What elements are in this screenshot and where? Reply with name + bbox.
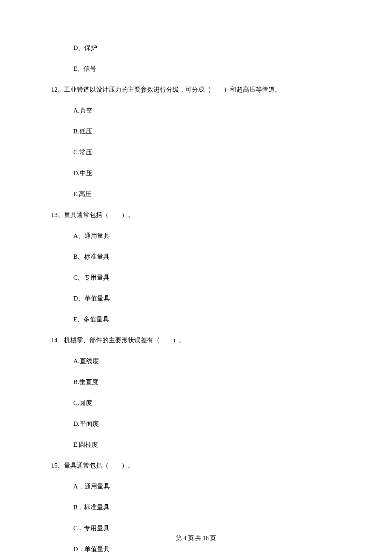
q15-opt-a: A．通用量具 — [73, 481, 341, 491]
option-d-pre: D、保护 — [73, 43, 341, 53]
q12-opt-b: B.低压 — [73, 126, 341, 136]
question-12: 12、工业管道以设计压力的主要参数进行分级，可分成（ ）和超高压等管道。 — [51, 84, 341, 95]
q14-opt-b: B.垂直度 — [73, 377, 341, 387]
q14-opt-e: E.圆柱度 — [73, 439, 341, 450]
q12-opt-e: E.高压 — [73, 189, 341, 199]
q15-opt-d: D．单值量具 — [73, 544, 341, 554]
question-14: 14、机械零、部件的主要形状误差有（ ）。 — [51, 335, 341, 345]
q12-opt-c: C.常压 — [73, 147, 341, 157]
q12-opt-a: A.真空 — [73, 105, 341, 116]
q14-opt-a: A.直线度 — [73, 356, 341, 366]
q15-opt-b: B．标准量具 — [73, 502, 341, 512]
q13-opt-b: B、标准量具 — [73, 251, 341, 262]
q12-opt-d: D.中压 — [73, 168, 341, 178]
q14-opt-c: C.圆度 — [73, 398, 341, 408]
page-content: D、保护 E、信号 12、工业管道以设计压力的主要参数进行分级，可分成（ ）和超… — [0, 0, 392, 555]
q13-opt-e: E、多值量具 — [73, 314, 341, 324]
question-15: 15、量具通常包括（ ）。 — [51, 460, 341, 471]
q15-opt-c: C．专用量具 — [73, 523, 341, 533]
q13-opt-c: C、专用量具 — [73, 272, 341, 283]
question-13: 13、量具通常包括（ ）。 — [51, 210, 341, 220]
q14-opt-d: D.平面度 — [73, 419, 341, 429]
option-e-pre: E、信号 — [73, 64, 341, 74]
page-footer: 第 4 页 共 16 页 — [0, 535, 392, 542]
q13-opt-a: A、通用量具 — [73, 231, 341, 241]
q13-opt-d: D、单值量具 — [73, 293, 341, 304]
